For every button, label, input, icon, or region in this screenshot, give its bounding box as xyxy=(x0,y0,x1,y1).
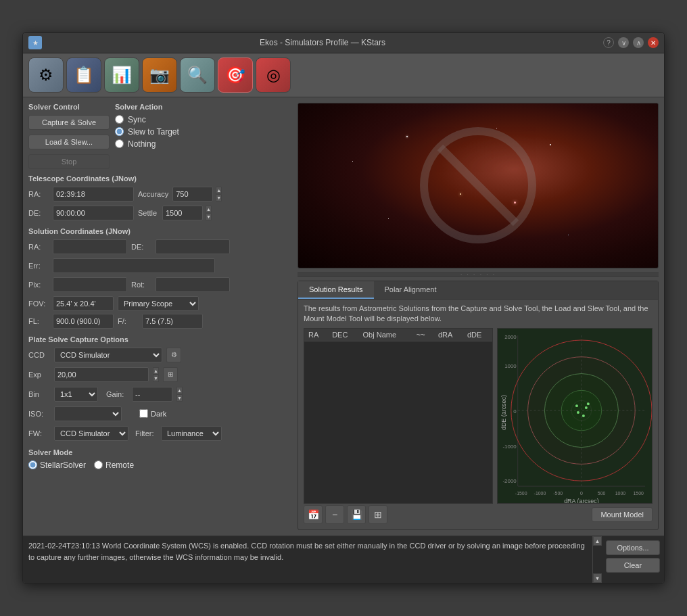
slew-to-target-radio-item[interactable]: Slew to Target xyxy=(115,127,179,137)
exp-input[interactable] xyxy=(54,367,149,382)
log-scroll-down-btn[interactable]: ▼ xyxy=(593,573,602,583)
nothing-label: Nothing xyxy=(128,139,156,149)
close-button[interactable]: ✕ xyxy=(648,37,659,48)
settle-down-btn[interactable]: ▼ xyxy=(206,213,212,220)
sol-pix-input[interactable] xyxy=(53,277,127,292)
ccd-select[interactable]: CCD Simulator xyxy=(54,348,162,362)
exp-down-btn[interactable]: ▼ xyxy=(153,375,159,382)
col-ra: RA xyxy=(304,329,328,341)
remote-label: Remote xyxy=(105,460,134,470)
sync-radio[interactable] xyxy=(115,115,124,124)
save-icon-btn[interactable]: 💾 xyxy=(347,505,366,524)
calendar-icon-btn[interactable]: 📅 xyxy=(304,505,323,524)
sol-err-input[interactable] xyxy=(53,258,215,273)
fl-input[interactable] xyxy=(53,314,114,329)
iso-label: ISO: xyxy=(28,410,50,418)
svg-line-1 xyxy=(440,147,516,223)
analyze-btn[interactable]: 📊 xyxy=(104,57,139,93)
scope-select[interactable]: Primary Scope xyxy=(118,296,199,311)
maximize-button[interactable]: ∧ xyxy=(633,37,644,48)
sol-rot-input[interactable] xyxy=(156,277,230,292)
iso-select[interactable] xyxy=(54,406,122,421)
solution-results-tab[interactable]: Solution Results xyxy=(298,281,374,299)
settle-label: Settle xyxy=(138,209,158,217)
polar-alignment-tab[interactable]: Polar Alignment xyxy=(374,281,448,299)
solver-control-section: Solver Control Capture & Solve Load & Sl… xyxy=(28,103,110,169)
stop-button[interactable]: Stop xyxy=(28,154,110,169)
fw-select[interactable]: CCD Simulator xyxy=(54,426,128,441)
f-input[interactable] xyxy=(142,314,203,329)
main-window: ★ Ekos - Simulators Profile — KStars ? ∨… xyxy=(22,32,665,584)
ra-input[interactable] xyxy=(53,187,134,202)
sync-radio-item[interactable]: Sync xyxy=(115,115,179,124)
log-scroll-up-btn[interactable]: ▲ xyxy=(593,536,602,546)
align-btn[interactable]: 🎯 xyxy=(218,57,253,93)
settle-input[interactable] xyxy=(162,206,203,220)
slew-to-target-radio[interactable] xyxy=(115,127,124,136)
ccd-settings-btn[interactable]: ⚙ xyxy=(166,348,181,362)
remote-radio[interactable] xyxy=(94,460,103,469)
sol-de-input[interactable] xyxy=(156,239,230,254)
options-button[interactable]: Options... xyxy=(606,540,660,555)
solver-action-radio-group: Sync Slew to Target Nothing xyxy=(115,115,179,149)
svg-point-12 xyxy=(585,407,588,410)
svg-text:-2000: -2000 xyxy=(502,479,517,485)
telescope-coords-label: Telescope Coordinates (JNow) xyxy=(28,174,292,183)
results-table-area[interactable]: RA DEC Obj Name ~~ dRA dDE xyxy=(304,328,493,504)
svg-text:dRA (arcsec): dRA (arcsec) xyxy=(564,498,599,503)
gain-input[interactable] xyxy=(132,387,172,402)
bin-select[interactable]: 1x1 xyxy=(54,387,98,402)
nothing-radio-item[interactable]: Nothing xyxy=(115,139,179,149)
capture-solve-button[interactable]: Capture & Solve xyxy=(28,115,110,130)
fov-input[interactable] xyxy=(53,296,114,311)
fullframe-btn[interactable]: ⊞ xyxy=(163,367,178,382)
setup-btn[interactable]: ⚙ xyxy=(28,57,64,93)
filter-select[interactable]: Luminance xyxy=(161,426,222,441)
window-controls: ? ∨ ∧ ✕ xyxy=(603,37,659,48)
accuracy-label: Accuracy xyxy=(138,190,168,198)
sol-ra-input[interactable] xyxy=(53,239,127,254)
accuracy-down-btn[interactable]: ▼ xyxy=(216,194,222,202)
accuracy-up-btn[interactable]: ▲ xyxy=(216,187,222,194)
settle-up-btn[interactable]: ▲ xyxy=(206,206,212,213)
stellar-solver-radio[interactable] xyxy=(28,460,37,469)
col-tilde: ~~ xyxy=(412,329,434,341)
accuracy-input[interactable] xyxy=(172,187,213,202)
dark-label: Dark xyxy=(151,410,166,418)
gain-up-btn[interactable]: ▲ xyxy=(176,387,183,394)
minimize-button[interactable]: ∨ xyxy=(618,37,629,48)
focus-btn[interactable]: 🔍 xyxy=(180,57,215,93)
exp-up-btn[interactable]: ▲ xyxy=(153,367,159,375)
grid-icon-btn[interactable]: ⊞ xyxy=(369,505,387,524)
fov-label: FOV: xyxy=(28,300,49,308)
tabs-container: Solution Results Polar Alignment The res… xyxy=(298,281,659,531)
de-input[interactable] xyxy=(53,206,134,220)
fw-label: FW: xyxy=(28,429,50,437)
minus-icon-btn[interactable]: − xyxy=(325,505,344,524)
remote-radio-label[interactable]: Remote xyxy=(94,460,134,470)
solution-coords-section: Solution Coordinates (JNow) RA: DE: Err:… xyxy=(28,227,292,330)
scheduler-btn[interactable]: 📋 xyxy=(66,57,101,93)
sol-pix-label: Pix: xyxy=(28,281,49,289)
svg-text:1000: 1000 xyxy=(504,363,517,369)
dark-checkbox[interactable] xyxy=(139,409,148,418)
capture-btn[interactable]: 📷 xyxy=(142,57,177,93)
fov-row: FOV: Primary Scope xyxy=(28,296,292,311)
help-button[interactable]: ? xyxy=(603,37,614,48)
gain-down-btn[interactable]: ▼ xyxy=(176,394,183,402)
solver-top-row: Solver Control Capture & Solve Load & Sl… xyxy=(28,103,292,169)
clear-button[interactable]: Clear xyxy=(606,558,660,573)
guide-btn[interactable]: ◎ xyxy=(256,57,291,93)
nothing-radio[interactable] xyxy=(115,139,124,148)
stellar-solver-radio-label[interactable]: StellarSolver xyxy=(28,460,86,470)
mount-model-button[interactable]: Mount Model xyxy=(592,507,653,522)
col-obj-name: Obj Name xyxy=(359,329,412,341)
load-slew-button[interactable]: Load & Slew... xyxy=(28,135,110,149)
fl-field-group: FL: F/: xyxy=(28,314,292,329)
ra-label: RA: xyxy=(28,190,49,198)
plate-solve-label: Plate Solve Capture Options xyxy=(28,335,292,343)
col-dde: dDE xyxy=(463,329,492,341)
dark-checkbox-label[interactable]: Dark xyxy=(139,409,166,418)
drag-handle[interactable]: · · · · · · xyxy=(298,273,659,277)
app-icon: ★ xyxy=(28,36,42,49)
